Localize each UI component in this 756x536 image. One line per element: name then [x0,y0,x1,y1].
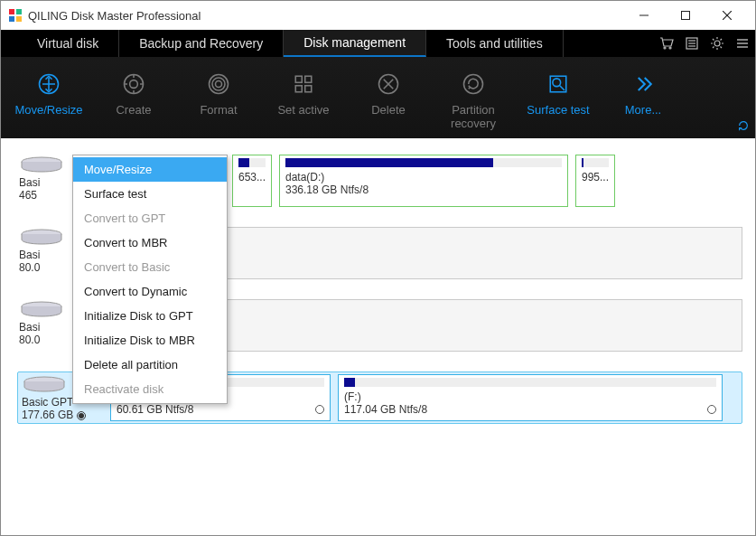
delete-icon [346,68,431,100]
tool-set-active[interactable]: Set active [261,64,346,118]
primary-indicator-icon [77,411,86,420]
tab-tools-utilities[interactable]: Tools and utilities [426,30,564,57]
ctx-delete-all[interactable]: Delete all partition [73,353,227,377]
move-resize-icon [6,68,91,100]
svg-rect-5 [682,12,690,20]
create-icon [91,68,176,100]
svg-rect-1 [16,9,22,14]
list-icon[interactable] [679,30,705,57]
set-active-icon [261,68,346,100]
svg-rect-24 [295,76,302,82]
ctx-convert-gpt: Convert to GPT [73,206,227,230]
svg-point-8 [664,47,666,49]
svg-rect-25 [305,76,312,82]
app-window: QILING Disk Master Professional Virtual … [0,0,756,536]
toolbar: Move/Resize Create Format Set active Del… [1,57,755,138]
ctx-init-gpt[interactable]: Initialize Disk to GPT [73,304,227,328]
tab-virtual-disk[interactable]: Virtual disk [17,30,119,57]
primary-indicator-icon [707,405,716,414]
disk-icon [22,376,67,392]
tab-backup-recovery[interactable]: Backup and Recovery [119,30,284,57]
more-icon [601,68,686,100]
svg-point-9 [669,47,671,49]
tool-move-resize[interactable]: Move/Resize [6,64,91,118]
tool-create[interactable]: Create [91,64,176,118]
close-button[interactable] [706,1,748,30]
ctx-surface-test[interactable]: Surface test [73,182,227,206]
tool-partition-recovery[interactable]: Partitionrecovery [431,64,516,131]
refresh-icon[interactable] [737,119,750,135]
gear-icon[interactable] [705,30,730,57]
disk-icon [19,156,64,173]
tool-format[interactable]: Format [176,64,261,118]
partition-small-1[interactable]: 653... [232,155,272,207]
disk-icon [19,301,64,317]
partition-f[interactable]: (F:) 117.04 GB Ntfs/8 [338,374,723,421]
ctx-move-resize[interactable]: Move/Resize [73,157,227,182]
ctx-reactivate: Reactivate disk [73,377,227,401]
svg-rect-3 [16,16,22,22]
ctx-convert-basic: Convert to Basic [73,255,227,279]
svg-point-22 [216,81,222,88]
tool-surface-test[interactable]: Surface test [516,64,601,118]
menu-icon[interactable] [730,30,755,57]
tool-more[interactable]: More... [601,64,686,118]
svg-rect-27 [305,86,312,92]
svg-line-34 [560,86,565,90]
cart-icon[interactable] [654,30,679,57]
svg-rect-0 [9,9,14,14]
svg-point-33 [553,79,561,87]
svg-point-20 [130,80,138,89]
tool-delete[interactable]: Delete [346,64,431,118]
titlebar: QILING Disk Master Professional [1,1,755,30]
partition-d[interactable]: data(D:) 336.18 GB Ntfs/8 [279,155,568,207]
partition-recovery-icon [431,68,516,100]
app-title: QILING Disk Master Professional [28,9,623,23]
window-controls [623,1,748,30]
format-icon [176,68,261,100]
context-menu: Move/Resize Surface test Convert to GPT … [72,155,228,404]
svg-point-14 [714,41,720,46]
maximize-button[interactable] [665,1,706,30]
svg-rect-26 [295,86,302,92]
disk-icon [19,229,64,245]
ctx-convert-mbr[interactable]: Convert to MBR [73,230,227,255]
tab-disk-management[interactable]: Disk management [284,30,426,57]
ctx-convert-dynamic[interactable]: Convert to Dynamic [73,279,227,304]
surface-test-icon [516,68,601,100]
svg-point-31 [464,75,483,94]
ctx-init-mbr[interactable]: Initialize Disk to MBR [73,328,227,353]
minimize-button[interactable] [623,1,665,30]
primary-indicator-icon [315,405,324,414]
tabstrip: Virtual disk Backup and Recovery Disk ma… [1,30,755,57]
partition-small-2[interactable]: 995... [575,155,615,207]
svg-point-23 [212,78,225,90]
svg-rect-2 [9,16,14,22]
app-logo-icon [8,8,23,23]
